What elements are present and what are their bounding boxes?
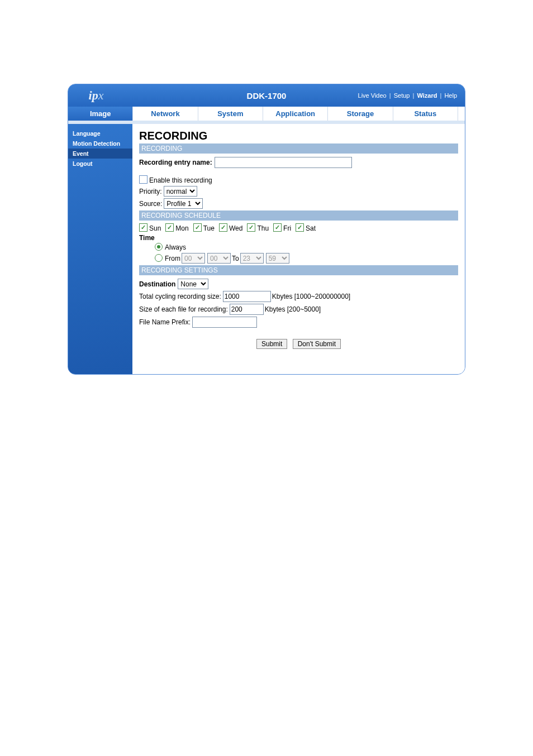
label-wed: Wed	[229, 224, 242, 232]
label-to: To	[232, 255, 239, 262]
label-source: Source:	[139, 200, 162, 208]
row-source: Source: Profile 1	[139, 198, 458, 209]
label-thu: Thu	[257, 224, 269, 232]
label-fri: Fri	[283, 224, 291, 232]
row-prefix: File Name Prefix:	[139, 317, 458, 328]
select-source[interactable]: Profile 1	[164, 198, 203, 209]
section-settings: RECORDING SETTINGS	[139, 265, 458, 275]
select-destination[interactable]: None	[178, 279, 208, 289]
row-each-size: Size of each file for recording: Kbytes …	[139, 304, 458, 315]
select-from-mm[interactable]: 00	[207, 253, 231, 264]
tab-spacer	[458, 107, 465, 121]
row-enable: Enable this recording	[139, 176, 458, 184]
link-help[interactable]: Help	[444, 92, 457, 99]
input-total-size[interactable]	[223, 291, 271, 302]
label-always: Always	[165, 243, 186, 251]
sidebar-item-event[interactable]: Event	[68, 149, 132, 159]
label-sat: Sat	[306, 224, 316, 232]
row-days: Sun Mon Tue Wed Thu Fri Sat	[139, 224, 458, 232]
tab-network[interactable]: Network	[133, 107, 198, 121]
link-setup[interactable]: Setup	[394, 92, 410, 99]
row-always: Always	[139, 243, 458, 251]
link-wizard[interactable]: Wizard	[417, 92, 437, 99]
label-sun: Sun	[149, 224, 161, 232]
tab-storage[interactable]: Storage	[328, 107, 393, 121]
section-schedule: RECORDING SCHEDULE	[139, 210, 458, 221]
checkbox-sun[interactable]	[139, 223, 147, 232]
label-total-unit: Kbytes [1000~200000000]	[272, 293, 350, 300]
label-enable-recording: Enable this recording	[149, 176, 212, 184]
body-area: Language Motion Detection Event Logout R…	[68, 124, 465, 374]
tab-bar: Image Network System Application Storage…	[68, 107, 465, 124]
label-tue: Tue	[203, 224, 215, 232]
row-total-size: Total cycling recording size: Kbytes [10…	[139, 291, 458, 302]
brand-logo: ipx	[68, 88, 124, 103]
tab-system[interactable]: System	[198, 107, 263, 121]
tab-application[interactable]: Application	[263, 107, 328, 121]
tab-image[interactable]: Image	[68, 107, 133, 121]
sidebar-item-logout[interactable]: Logout	[68, 159, 132, 169]
sidebar: Language Motion Detection Event Logout	[68, 124, 132, 374]
page-title: RECORDING	[139, 130, 458, 142]
checkbox-mon[interactable]	[165, 223, 174, 232]
separator: |	[389, 92, 391, 99]
label-priority: Priority:	[139, 188, 162, 195]
radio-always[interactable]	[155, 243, 163, 251]
input-each-size[interactable]	[230, 304, 264, 315]
label-prefix: File Name Prefix:	[139, 318, 191, 326]
input-prefix[interactable]	[192, 317, 257, 328]
header-bar: ipx DDK-1700 Live Video | Setup | Wizard…	[68, 84, 465, 107]
dont-submit-button[interactable]: Don't Submit	[293, 339, 341, 349]
row-entry-name: Recording entry name:	[139, 157, 458, 168]
select-to-hh[interactable]: 23	[240, 253, 264, 264]
row-priority: Priority: normal	[139, 186, 458, 197]
device-title: DDK-1700	[247, 91, 287, 101]
row-destination: Destination None	[139, 279, 458, 289]
label-mon: Mon	[175, 224, 188, 232]
label-entry-name: Recording entry name:	[139, 159, 212, 166]
checkbox-tue[interactable]	[193, 223, 202, 232]
submit-button[interactable]: Submit	[256, 339, 287, 349]
checkbox-wed[interactable]	[219, 223, 227, 232]
separator: |	[440, 92, 441, 99]
app-window: ipx DDK-1700 Live Video | Setup | Wizard…	[68, 84, 465, 375]
label-total-size: Total cycling recording size:	[139, 293, 221, 300]
select-priority[interactable]: normal	[164, 186, 197, 197]
checkbox-enable-recording[interactable]	[139, 175, 147, 184]
radio-from[interactable]	[155, 254, 163, 262]
content-panel: RECORDING RECORDING Recording entry name…	[132, 124, 465, 374]
label-each-unit: Kbytes [200~5000]	[265, 305, 321, 313]
section-recording: RECORDING	[139, 143, 458, 154]
header-links: Live Video | Setup | Wizard | Help	[358, 92, 457, 99]
label-destination: Destination	[139, 280, 175, 288]
select-to-mm[interactable]: 59	[266, 253, 289, 264]
label-time: Time	[139, 234, 458, 242]
label-each-size: Size of each file for recording:	[139, 305, 228, 313]
checkbox-thu[interactable]	[247, 223, 255, 232]
sidebar-item-motion-detection[interactable]: Motion Detection	[68, 138, 132, 149]
button-row: Submit Don't Submit	[139, 339, 458, 349]
link-live-video[interactable]: Live Video	[358, 92, 387, 99]
label-from: From	[165, 255, 180, 262]
select-from-hh[interactable]: 00	[182, 253, 205, 264]
input-entry-name[interactable]	[215, 157, 352, 168]
tab-status[interactable]: Status	[393, 107, 458, 121]
separator: |	[413, 92, 415, 99]
row-from-to: From 00 00 To 23 59	[139, 253, 458, 264]
checkbox-sat[interactable]	[296, 223, 304, 232]
sidebar-item-language[interactable]: Language	[68, 128, 132, 138]
checkbox-fri[interactable]	[273, 223, 282, 232]
